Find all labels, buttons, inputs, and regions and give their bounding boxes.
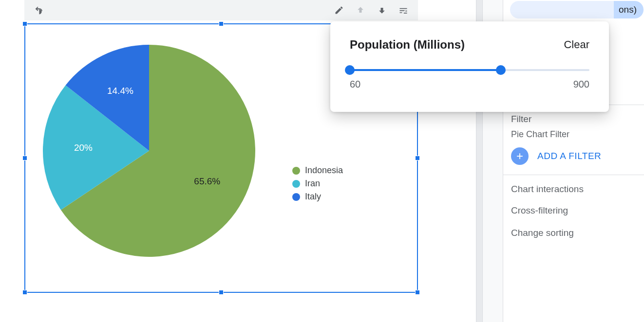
resize-handle-bl[interactable] (22, 290, 27, 295)
metric-chip-suffix: ons) (614, 1, 644, 18)
interactions-title: Chart interactions (511, 184, 636, 195)
arrow-down-icon (377, 5, 387, 15)
legend-item-iran[interactable]: Iran (292, 179, 343, 189)
pie-chart: 65.6%20%14.4% (32, 34, 266, 268)
card-toolbar (24, 0, 418, 20)
arrow-up-icon (356, 5, 365, 15)
legend-label: Indonesia (305, 165, 343, 176)
range-slider[interactable] (350, 65, 589, 75)
slider-thumb-min[interactable] (345, 65, 355, 75)
slider-track-fill (350, 69, 501, 71)
move-up-button[interactable] (352, 1, 369, 19)
filter-section: Filter Pie Chart Filter + ADD A FILTER (503, 105, 644, 175)
legend-item-indonesia[interactable]: Indonesia (292, 165, 343, 176)
slider-max-label: 900 (573, 79, 589, 90)
legend-swatch (292, 167, 300, 175)
add-filter-label: ADD A FILTER (537, 151, 601, 161)
interactions-section: Chart interactions Cross-filtering Chang… (503, 175, 644, 254)
clear-button[interactable]: Clear (564, 38, 589, 51)
legend-swatch (292, 193, 300, 201)
legend-swatch (292, 180, 300, 188)
legend-label: Iran (305, 179, 320, 189)
resize-handle-l[interactable] (22, 156, 27, 161)
move-down-button[interactable] (373, 1, 391, 19)
chart-legend: IndonesiaIranItaly (292, 165, 343, 205)
pie-label-iran: 20% (74, 143, 93, 153)
legend-label: Italy (305, 192, 321, 202)
metric-chip-left (510, 1, 620, 18)
tune-icon (398, 5, 408, 15)
resize-handle-t[interactable] (219, 21, 224, 26)
legend-item-italy[interactable]: Italy (292, 192, 343, 202)
resize-handle-b[interactable] (219, 290, 224, 295)
edit-button[interactable] (330, 1, 348, 19)
resize-handle-br[interactable] (415, 290, 420, 295)
metric-chip[interactable]: ons) (510, 0, 644, 19)
tune-button[interactable] (395, 1, 412, 19)
pie-label-italy: 14.4% (107, 86, 133, 96)
filter-popover: Population (Millions) Clear 60 900 (330, 21, 609, 112)
undo-button[interactable] (30, 1, 48, 19)
plus-icon: + (511, 147, 529, 165)
filter-section-title: Filter (511, 114, 636, 125)
slider-thumb-max[interactable] (496, 65, 506, 75)
slider-min-label: 60 (350, 79, 360, 90)
option-change-sorting[interactable]: Change sorting (511, 222, 636, 244)
resize-handle-r[interactable] (415, 156, 420, 161)
add-filter-button[interactable]: + ADD A FILTER (511, 147, 636, 165)
pencil-icon (334, 5, 344, 15)
pie-label-indonesia: 65.6% (194, 176, 220, 186)
filter-section-subtitle: Pie Chart Filter (511, 129, 636, 140)
undo-icon (34, 5, 44, 16)
resize-handle-tl[interactable] (22, 21, 27, 26)
option-cross-filtering[interactable]: Cross-filtering (511, 199, 636, 222)
popover-title: Population (Millions) (350, 38, 465, 52)
